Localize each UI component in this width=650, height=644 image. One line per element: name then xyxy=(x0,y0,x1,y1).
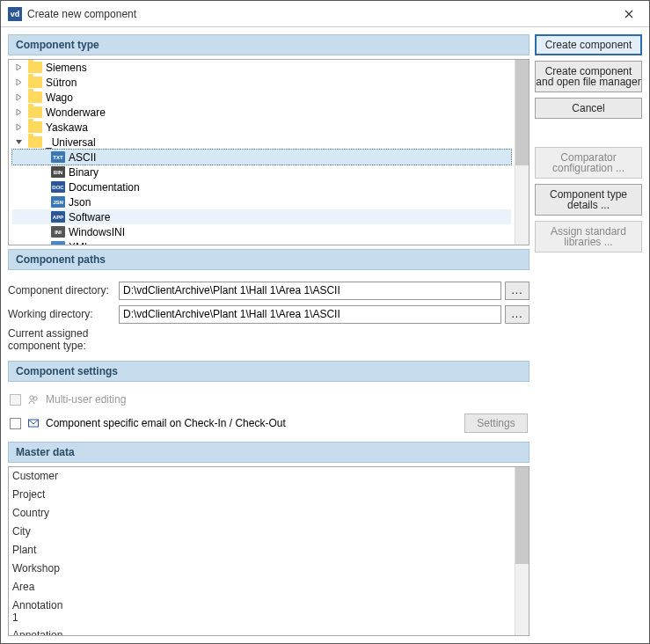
close-button[interactable] xyxy=(609,1,649,26)
tree-item-label: ASCII xyxy=(69,151,96,164)
master-data-container: CustomerProjectCountryCityPlantWorkshopA… xyxy=(8,466,529,636)
file-type-icon: XML xyxy=(51,241,65,245)
email-check-label: Component specific email on Check-In / C… xyxy=(46,417,286,429)
file-type-icon: BIN xyxy=(51,166,65,178)
close-icon xyxy=(624,10,633,18)
master-field-label: Area xyxy=(9,578,74,596)
assign-libraries-button: Assign standard libraries ... xyxy=(535,221,642,252)
component-directory-browse-button[interactable]: ... xyxy=(505,282,529,300)
tree-item-label: XML xyxy=(69,241,91,245)
folder-icon xyxy=(28,77,42,88)
tree-folder-label: Siemens xyxy=(46,62,87,74)
section-component-settings: Component settings xyxy=(8,361,529,382)
master-data-row[interactable]: Country xyxy=(9,504,515,523)
chevron-right-icon[interactable] xyxy=(12,106,25,119)
master-field-value[interactable] xyxy=(74,626,515,635)
master-field-value[interactable] xyxy=(74,467,515,486)
email-check-checkbox[interactable] xyxy=(10,418,21,429)
tree-item[interactable]: APPSoftware xyxy=(12,209,511,224)
component-type-details-button[interactable]: Component type details ... xyxy=(535,184,642,216)
tree-scroll-thumb[interactable] xyxy=(515,60,529,165)
tree-folder[interactable]: Sütron xyxy=(9,75,515,90)
folder-icon xyxy=(28,106,42,118)
master-data-row[interactable]: Workshop xyxy=(9,560,515,578)
chevron-right-icon[interactable] xyxy=(12,62,25,74)
dialog-window: vd Create new component Component type S… xyxy=(0,0,650,644)
create-and-open-button[interactable]: Create component and open file manager xyxy=(535,61,642,92)
master-field-value[interactable] xyxy=(74,578,515,596)
cancel-button[interactable]: Cancel xyxy=(535,98,642,119)
tree-folder[interactable]: Wago xyxy=(9,90,515,105)
email-icon xyxy=(26,416,40,430)
folder-icon xyxy=(28,121,42,133)
section-component-paths: Component paths xyxy=(8,249,529,270)
tree-folder[interactable]: Wonderware xyxy=(9,105,515,120)
tree-folder[interactable]: Yaskawa xyxy=(9,120,515,135)
tree-scrollbar[interactable] xyxy=(515,60,529,245)
chevron-right-icon[interactable] xyxy=(12,77,25,89)
chevron-right-icon[interactable] xyxy=(12,91,25,104)
create-component-button[interactable]: Create component xyxy=(535,34,642,55)
tree-item[interactable]: XMLXML xyxy=(12,239,511,245)
master-field-value[interactable] xyxy=(74,523,515,541)
tree-folder-label: _Universal xyxy=(46,136,96,149)
tree-item[interactable]: TXTASCII xyxy=(12,150,511,165)
master-data-row[interactable]: Customer xyxy=(9,467,515,486)
master-field-value[interactable] xyxy=(74,504,515,523)
tree-folder-label: Sütron xyxy=(46,77,77,89)
tree-item[interactable]: JSNJson xyxy=(12,194,511,209)
file-type-icon: TXT xyxy=(51,151,65,163)
assigned-type-label: Current assigned component type: xyxy=(8,327,529,355)
component-type-tree[interactable]: SiemensSütronWagoWonderwareYaskawa_Unive… xyxy=(9,60,515,245)
master-data-row[interactable]: Area xyxy=(9,578,515,596)
master-field-label: Country xyxy=(9,504,74,523)
working-directory-browse-button[interactable]: ... xyxy=(505,305,529,324)
master-data-grid[interactable]: CustomerProjectCountryCityPlantWorkshopA… xyxy=(9,467,515,635)
multi-user-icon xyxy=(26,392,40,406)
settings-form: Multi-user editing Component specific em… xyxy=(8,385,529,438)
master-field-label: Annotation 2 xyxy=(9,626,74,635)
tree-container: SiemensSütronWagoWonderwareYaskawa_Unive… xyxy=(8,59,529,245)
master-field-label: City xyxy=(9,523,74,541)
file-type-icon: APP xyxy=(51,211,65,223)
section-master-data: Master data xyxy=(8,442,529,463)
master-data-row[interactable]: Annotation 2 xyxy=(9,626,515,635)
master-scrollbar[interactable] xyxy=(515,467,529,635)
dialog-body: Component type SiemensSütronWagoWonderwa… xyxy=(1,27,649,643)
master-data-row[interactable]: City xyxy=(9,523,515,541)
master-field-value[interactable] xyxy=(74,596,515,626)
master-field-value[interactable] xyxy=(74,560,515,578)
chevron-down-icon[interactable] xyxy=(12,136,25,149)
chevron-right-icon[interactable] xyxy=(12,121,25,134)
master-field-value[interactable] xyxy=(74,541,515,560)
tree-item[interactable]: BINBinary xyxy=(12,165,511,179)
master-field-label: Workshop xyxy=(9,560,74,578)
tree-item-label: Binary xyxy=(69,166,99,179)
multi-user-label: Multi-user editing xyxy=(46,393,126,406)
tree-item[interactable]: INIWindowsINI xyxy=(12,224,511,239)
master-field-label: Plant xyxy=(9,541,74,560)
tree-folder-label: Yaskawa xyxy=(46,121,88,134)
titlebar: vd Create new component xyxy=(1,1,649,27)
master-field-value[interactable] xyxy=(74,486,515,504)
master-data-row[interactable]: Plant xyxy=(9,541,515,560)
tree-folder[interactable]: Siemens xyxy=(9,60,515,75)
tree-item[interactable]: DOCDocumentation xyxy=(12,179,511,194)
master-field-label: Project xyxy=(9,486,74,504)
tree-item-label: WindowsINI xyxy=(69,226,125,238)
component-directory-label: Component directory: xyxy=(8,284,115,296)
email-check-row: Component specific email on Check-In / C… xyxy=(10,414,286,432)
tree-folder[interactable]: _Universal xyxy=(9,135,515,150)
master-data-row[interactable]: Project xyxy=(9,486,515,504)
master-scroll-thumb[interactable] xyxy=(515,467,529,564)
right-button-column: Create component Create component and op… xyxy=(535,34,642,636)
comparator-config-button: Comparator configuration ... xyxy=(535,147,642,179)
file-type-icon: INI xyxy=(51,226,65,238)
working-directory-label: Working directory: xyxy=(8,308,115,320)
master-field-label: Customer xyxy=(9,467,74,486)
component-directory-input[interactable] xyxy=(119,282,501,300)
working-directory-input[interactable] xyxy=(119,305,501,324)
tree-item-label: Software xyxy=(69,211,110,223)
paths-form: Component directory: ... Working directo… xyxy=(8,274,529,357)
master-data-row[interactable]: Annotation 1 xyxy=(9,596,515,626)
